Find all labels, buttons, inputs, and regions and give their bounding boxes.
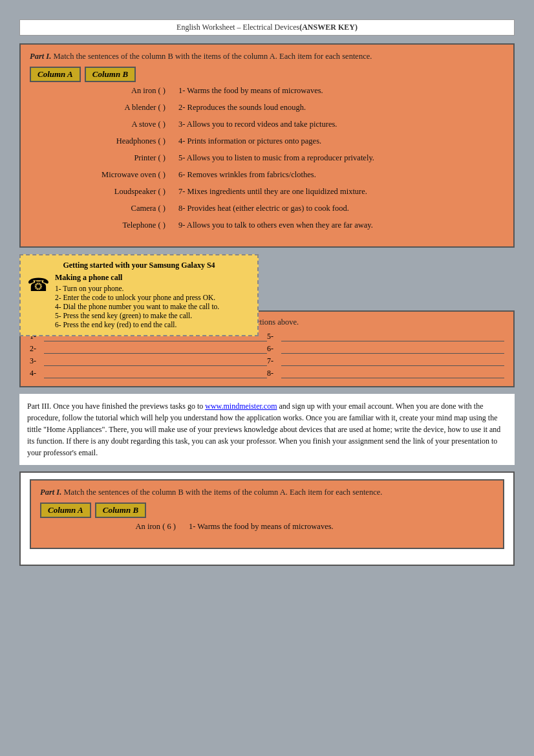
col-b-header: Column B — [85, 67, 136, 82]
write-blank-2[interactable] — [44, 345, 267, 354]
col-a-item: Microwave oven ( ) — [30, 170, 172, 180]
table-row: A stove ( ) 3- Allows you to record vide… — [30, 120, 504, 134]
col-b-item: 9- Allows you to talk to others even whe… — [172, 221, 504, 230]
part3-link[interactable]: www.mindmeister.com — [205, 402, 277, 411]
part1-instruction: Match the sentences of the column B with… — [53, 52, 372, 61]
col-a-item: Camera ( ) — [30, 204, 172, 213]
line-label-3: 3- — [30, 356, 41, 366]
write-line-2: 2- — [30, 344, 267, 354]
col-b-item: 3- Allows you to record videos and take … — [172, 120, 504, 129]
write-blank-6[interactable] — [281, 345, 504, 354]
table-row: An iron ( ) 1- Warms the food by means o… — [30, 86, 504, 100]
col-b-item: 6- Removes wrinkles from fabrics/clothes… — [172, 170, 504, 180]
col-a-item: Telephone ( ) — [30, 221, 172, 230]
col-b-item: 2- Reproduces the sounds loud enough. — [172, 103, 504, 113]
col-b-item: 4- Prints information or pictures onto p… — [172, 136, 504, 146]
col-a-item: Printer ( ) — [30, 153, 172, 163]
line-label-8: 8- — [267, 369, 279, 378]
samsung-step-6: 6- Press the end key (red) to end the ca… — [55, 321, 219, 329]
write-line-5: 5- — [267, 332, 504, 341]
answer-key-row-1: An iron ( 6 ) 1- Warms the food by means… — [40, 522, 494, 536]
write-line-7: 7- — [267, 356, 504, 366]
write-blank-5[interactable] — [281, 332, 504, 341]
col-a-item: A blender ( ) — [30, 103, 172, 113]
answer-key-label: Part I. — [40, 488, 61, 497]
answer-key-section: Part I. Match the sentences of the colum… — [19, 471, 515, 566]
title-text: English Worksheet – Electrical Devices(A… — [176, 23, 358, 32]
write-line-8: 8- — [267, 369, 504, 378]
phone-icon: ☎ — [27, 274, 50, 296]
line-label-2: 2- — [30, 344, 41, 354]
write-blank-4[interactable] — [44, 369, 267, 378]
match-table: An iron ( ) 1- Warms the food by means o… — [30, 86, 504, 235]
samsung-step-2: 2- Enter the code to unlock your phone a… — [55, 294, 219, 301]
table-row: Headphones ( ) 4- Prints information or … — [30, 136, 504, 151]
columns-header: Column A Column B — [30, 67, 504, 82]
table-row: Loudspeaker ( ) 7- Mixes ingredients unt… — [30, 187, 504, 201]
col-b-item: 7- Mixes ingredients until they are one … — [172, 187, 504, 197]
col-b-item: 8- Provides heat (either electric or gas… — [172, 204, 504, 213]
write-line-3: 3- — [30, 356, 267, 366]
samsung-subtitle: Making a phone call — [55, 273, 219, 283]
title-main: English Worksheet – Electrical Devices — [176, 23, 299, 32]
part1-label: Part I. — [30, 52, 51, 61]
col-a-item: Loudspeaker ( ) — [30, 187, 172, 197]
samsung-step-1: 1- Turn on your phone. — [55, 285, 219, 292]
col-a-item: An iron ( ) — [30, 86, 172, 96]
write-blank-7[interactable] — [281, 357, 504, 366]
answer-key-part1: Part I. Match the sentences of the colum… — [30, 479, 504, 549]
samsung-step-4: 4- Dial the phone number you want to mak… — [55, 303, 219, 310]
table-row: Telephone ( ) 9- Allows you to talk to o… — [30, 221, 504, 235]
answer-key-col-a-item-1: An iron ( 6 ) — [40, 522, 182, 532]
table-row: A blender ( ) 2- Reproduces the sounds l… — [30, 103, 504, 117]
samsung-title: Getting started with your Samsung Galaxy… — [27, 261, 251, 270]
write-line-4: 4- — [30, 369, 267, 378]
part1-heading: Part I. Match the sentences of the colum… — [30, 51, 504, 63]
line-label-6: 6- — [267, 344, 279, 354]
part1-section: Part I. Match the sentences of the colum… — [19, 43, 515, 248]
col-b-item: 1- Warms the food by means of microwaves… — [172, 86, 504, 96]
table-row: Camera ( ) 8- Provides heat (either elec… — [30, 204, 504, 218]
samsung-step-5: 5- Press the send key (green) to make th… — [55, 312, 219, 319]
part3-label: Part III. — [27, 402, 51, 411]
write-line-6: 6- — [267, 344, 504, 354]
answer-key-col-a-header: Column A — [40, 502, 91, 518]
col-a-header: Column A — [30, 67, 81, 82]
write-blank-3[interactable] — [44, 357, 267, 366]
title-answer-key: (ANSWER KEY) — [299, 23, 358, 32]
part3-text-before-link: Once you have finished the previews task… — [53, 402, 203, 411]
col-a-item: A stove ( ) — [30, 120, 172, 129]
title-box: English Worksheet – Electrical Devices(A… — [19, 19, 515, 36]
line-label-7: 7- — [267, 356, 279, 366]
answer-key-table: An iron ( 6 ) 1- Warms the food by means… — [40, 522, 494, 536]
answer-key-col-b-header: Column B — [95, 502, 146, 518]
table-row: Printer ( ) 5- Allows you to listen to m… — [30, 153, 504, 167]
answer-key-heading: Part I. Match the sentences of the colum… — [40, 487, 494, 499]
answer-key-instruction: Match the sentences of the column B with… — [63, 488, 382, 497]
samsung-box: Getting started with your Samsung Galaxy… — [19, 254, 259, 336]
write-blank-8[interactable] — [281, 369, 504, 378]
page-container: English Worksheet – Electrical Devices(A… — [13, 13, 521, 572]
table-row: Microwave oven ( ) 6- Removes wrinkles f… — [30, 170, 504, 184]
part3-section: Part III. Once you have finished the pre… — [19, 394, 515, 465]
col-a-item: Headphones ( ) — [30, 136, 172, 146]
combined-middle: Getting started with your Samsung Galaxy… — [19, 254, 515, 388]
line-label-4: 4- — [30, 369, 41, 378]
line-label-5: 5- — [267, 332, 279, 341]
answer-key-col-b-item-1: 1- Warms the food by means of microwaves… — [182, 522, 494, 532]
answer-key-columns-header: Column A Column B — [40, 502, 494, 518]
col-b-item: 5- Allows you to listen to music from a … — [172, 153, 504, 163]
title-area: English Worksheet – Electrical Devices(A… — [19, 19, 515, 36]
write-lines-container: 1- 5- 2- 6- 3- — [30, 332, 504, 381]
